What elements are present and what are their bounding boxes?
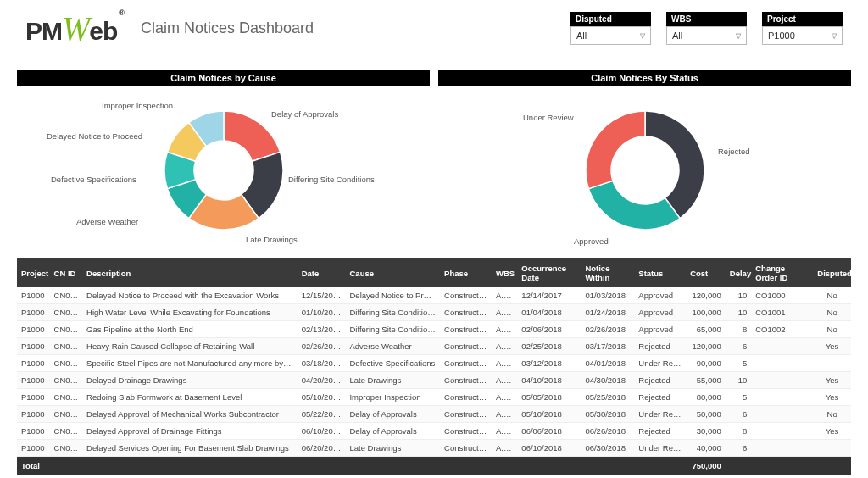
cell-coid: CO1001 [751, 304, 813, 321]
table-row[interactable]: P1000CN009Delayed Approval of Drainage F… [17, 423, 851, 440]
th-status[interactable]: Status [634, 258, 686, 287]
cell-cnid: CN002 [50, 304, 83, 321]
chart-cause-label: Differing Site Conditions [288, 175, 375, 184]
cell-notice: 02/26/2018 [581, 321, 634, 338]
cell-project: P1000 [17, 304, 50, 321]
cell-disputed [813, 440, 851, 457]
donut-slice[interactable] [586, 111, 645, 189]
th-cause[interactable]: Cause [345, 258, 440, 287]
cell-disputed: Yes [813, 389, 851, 406]
th-notice[interactable]: Notice Within [581, 258, 634, 287]
filter-wbs-label: WBS [666, 12, 747, 26]
cell-desc: Delayed Notice to Proceed with the Excav… [82, 287, 298, 304]
logo: PMWeb® [25, 8, 122, 48]
cell-cost: 40,000 [686, 440, 726, 457]
table-row[interactable]: P1000CN006Delayed Drainage Drawings04/20… [17, 372, 851, 389]
th-cost[interactable]: Cost [686, 258, 726, 287]
cell-desc: Delayed Drainage Drawings [82, 372, 298, 389]
table-row[interactable]: P1000CN004Heavy Rain Caused Collapse of … [17, 338, 851, 355]
table-row[interactable]: P1000CN007Redoing Slab Formwork at Basem… [17, 389, 851, 406]
table-row[interactable]: P1000CN003Gas Pipeline at the North End0… [17, 321, 851, 338]
table-body: P1000CN001Delayed Notice to Proceed with… [17, 287, 851, 475]
cell-occ: 05/10/2018 [517, 406, 581, 423]
cell-delay: 6 [726, 440, 751, 457]
filter-project-select[interactable]: P1000 ▽ [762, 26, 843, 45]
cell-wbs: A.1.1 [492, 338, 517, 355]
donut-slice[interactable] [645, 111, 704, 219]
cell-phase: Construction [440, 338, 492, 355]
table-row[interactable]: P1000CN002High Water Level While Excavat… [17, 304, 851, 321]
filter-wbs-select[interactable]: All ▽ [666, 26, 747, 45]
cell-delay: 10 [726, 372, 751, 389]
th-cnid[interactable]: CN ID [50, 258, 83, 287]
cell-project: P1000 [17, 321, 50, 338]
cell-cause: Late Drawings [345, 440, 440, 457]
data-table: Project CN ID Description Date Cause Pha… [17, 258, 851, 475]
chart-cause[interactable]: Delay of Approvals Differing Site Condit… [17, 86, 430, 255]
cell-desc: Delayed Services Opening For Basement Sl… [82, 440, 298, 457]
th-date[interactable]: Date [298, 258, 346, 287]
cell-date: 02/26/2018 [298, 338, 346, 355]
cell-cause: Delay of Approvals [345, 423, 440, 440]
th-phase[interactable]: Phase [440, 258, 492, 287]
table-row[interactable]: P1000CN010Delayed Services Opening For B… [17, 440, 851, 457]
cell-notice: 06/26/2018 [581, 423, 634, 440]
th-desc[interactable]: Description [82, 258, 298, 287]
cell-phase: Construction [440, 304, 492, 321]
donut-slice[interactable] [588, 181, 680, 230]
chart-status-card: Claim Notices By Status Rejected Approve… [438, 70, 851, 255]
chart-cause-title: Claim Notices by Cause [17, 70, 430, 86]
cell-coid [751, 389, 813, 406]
page-title: Claim Notices Dashboard [141, 19, 314, 37]
cell-coid [751, 406, 813, 423]
cell-cost: 120,000 [686, 287, 726, 304]
th-delay[interactable]: Delay [726, 258, 751, 287]
chart-status[interactable]: Rejected Approved Under Review [438, 86, 851, 255]
chart-cause-card: Claim Notices by Cause Delay of Approval… [17, 70, 430, 255]
cell-status: Rejected [634, 423, 686, 440]
cell-occ: 06/10/2018 [517, 440, 581, 457]
cell-desc: Specific Steel Pipes are not Manufacture… [82, 355, 298, 372]
cell-wbs: A.1.1 [492, 304, 517, 321]
cell-disputed: Yes [813, 372, 851, 389]
filter-project-label: Project [762, 12, 843, 26]
th-coid[interactable]: Change Order ID [751, 258, 813, 287]
chart-status-label: Approved [574, 236, 609, 246]
cell-occ: 04/10/2018 [517, 372, 581, 389]
cell-delay: 10 [726, 287, 751, 304]
cell-occ: 02/25/2018 [517, 338, 581, 355]
cell-project: P1000 [17, 440, 50, 457]
logo-text-w: W [62, 9, 89, 47]
th-wbs[interactable]: WBS [492, 258, 517, 287]
cell-cnid: CN003 [50, 321, 83, 338]
cell-occ: 01/04/2018 [517, 304, 581, 321]
table-header: Project CN ID Description Date Cause Pha… [17, 258, 851, 287]
chart-cause-label: Late Drawings [246, 235, 298, 244]
cell-notice: 01/24/2018 [581, 304, 634, 321]
cell-desc: Heavy Rain Caused Collapse of Retaining … [82, 338, 298, 355]
chart-status-title: Claim Notices By Status [438, 70, 851, 86]
table-row[interactable]: P1000CN008Delayed Approval of Mechanical… [17, 406, 851, 423]
cell-cost: 120,000 [686, 338, 726, 355]
cell-desc: High Water Level While Excavating for Fo… [82, 304, 298, 321]
cell-project: P1000 [17, 372, 50, 389]
cell-phase: Construction [440, 406, 492, 423]
total-row: Total750,000 [17, 457, 851, 475]
total-label: Total [17, 457, 686, 475]
cell-cnid: CN007 [50, 389, 83, 406]
th-occ[interactable]: Occurrence Date [517, 258, 581, 287]
th-disputed[interactable]: Disputed [813, 258, 851, 287]
cell-coid [751, 440, 813, 457]
cell-date: 02/13/2018 [298, 321, 346, 338]
claim-notices-table: Project CN ID Description Date Cause Pha… [0, 258, 868, 478]
filter-disputed-label: Disputed [570, 12, 651, 26]
table-row[interactable]: P1000CN001Delayed Notice to Proceed with… [17, 287, 851, 304]
table-row[interactable]: P1000CN005Specific Steel Pipes are not M… [17, 355, 851, 372]
chart-cause-label: Defective Specifications [51, 175, 136, 184]
th-project[interactable]: Project [17, 258, 50, 287]
cell-status: Rejected [634, 372, 686, 389]
cell-disputed: No [813, 321, 851, 338]
cell-notice: 03/17/2018 [581, 338, 634, 355]
cell-status: Under Review [634, 406, 686, 423]
filter-disputed-select[interactable]: All ▽ [570, 26, 651, 45]
